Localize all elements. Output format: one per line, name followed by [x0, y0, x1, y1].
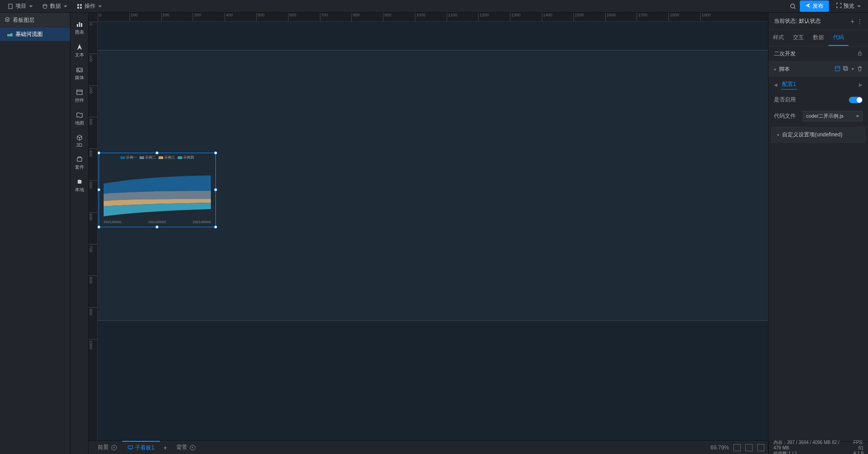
layer-item-label: 基础河流图	[15, 30, 43, 38]
canvas[interactable]: 示例一示例二示例三示例四 2021/05/012021/05/022021/05…	[98, 22, 768, 440]
ruler-v-tick: 100	[89, 54, 97, 62]
search-icon[interactable]	[790, 3, 796, 10]
layer-item-river-chart[interactable]: 基础河流图	[0, 28, 70, 41]
tab-foreground[interactable]: 前景 +	[92, 441, 122, 454]
tab-code[interactable]: 代码	[828, 30, 848, 46]
copy-icon[interactable]	[843, 66, 848, 73]
selection-box[interactable]: 示例一示例二示例三示例四 2021/05/012021/05/022021/05…	[99, 153, 216, 227]
tab-style[interactable]: 样式	[768, 30, 788, 46]
codefile-value: code/二开示例.js	[806, 113, 843, 120]
ruler-h-tick: 1700	[637, 13, 647, 21]
comp-3d[interactable]: 3D	[70, 130, 88, 151]
puzzle-icon	[75, 178, 84, 186]
ruler-v-tick: 600	[89, 212, 97, 220]
x-axis-tick: 2021/05/02	[148, 220, 166, 224]
enable-toggle[interactable]	[849, 97, 863, 103]
comp-label: 媒体	[75, 75, 84, 81]
resize-handle-e[interactable]	[214, 188, 217, 191]
publish-label: 发布	[813, 2, 823, 10]
delete-icon[interactable]	[857, 66, 863, 73]
comp-map[interactable]: 地图	[70, 107, 88, 130]
menu-data[interactable]: 数据	[38, 0, 71, 12]
ruler-v-tick: 800	[89, 275, 97, 284]
codefile-select[interactable]: code/二开示例.js	[803, 111, 863, 121]
state-selector: 当前状态: 默认状态 + ⋮	[768, 13, 868, 30]
ruler-h-tick: 1000	[415, 13, 425, 21]
legend-item: 示例三	[159, 155, 175, 160]
ruler-v-tick: 0	[89, 22, 97, 25]
menu-project-label: 项目	[15, 2, 26, 10]
script-section-header[interactable]: ▾ 脚本 +	[768, 62, 868, 77]
comp-suite[interactable]: 套件	[70, 151, 88, 174]
ruler-h-tick: 100	[130, 13, 138, 21]
version-value: 4.1.9	[850, 451, 863, 454]
tab-data[interactable]: 数据	[808, 30, 828, 46]
state-value[interactable]: 默认状态	[799, 17, 821, 25]
more-icon[interactable]: ⋮	[857, 18, 863, 25]
chart-plot-area	[104, 171, 211, 216]
script-tab-config1[interactable]: 配置1	[781, 80, 797, 90]
layer-panel-title: 看板图层	[13, 16, 35, 24]
actual-size-icon[interactable]	[745, 444, 753, 451]
svg-rect-3	[80, 4, 82, 6]
chevron-right-icon: ▾	[777, 133, 779, 137]
preview-label: 预览	[843, 2, 854, 10]
ruler-h-tick: 1100	[447, 13, 457, 21]
menu-operation[interactable]: 操作	[73, 0, 105, 12]
comp-control[interactable]: 控件	[70, 85, 88, 107]
add-state-button[interactable]: +	[851, 18, 854, 25]
comp-label: 套件	[75, 164, 84, 170]
tab-background[interactable]: 背景 +	[171, 441, 201, 454]
top-menu-bar: 项目 数据 操作 发布 预览	[0, 0, 868, 13]
comp-label: 文本	[75, 52, 84, 58]
ruler-h-tick: 1400	[542, 13, 552, 21]
grid-toggle-icon[interactable]	[757, 444, 764, 451]
ruler-h-tick: 600	[288, 13, 296, 21]
comp-media[interactable]: 媒体	[70, 62, 88, 85]
prev-script-icon[interactable]: ◀	[774, 82, 778, 87]
next-script-icon[interactable]: ▶	[859, 82, 863, 87]
ruler-v-tick: 500	[89, 180, 97, 189]
package-icon	[75, 155, 84, 163]
comp-chart[interactable]: 图表	[70, 16, 88, 39]
tab-subpanel[interactable]: 子看板1	[122, 441, 160, 454]
codefile-row: 代码文件 code/二开示例.js	[768, 107, 868, 125]
add-tab-button[interactable]: +	[160, 444, 171, 451]
canvas-body: 01002003004005006007008009001000 示例一示例二示…	[89, 22, 768, 440]
ruler-h-tick: 0	[98, 13, 101, 21]
custom-settings-section[interactable]: ▾ 自定义设置项(undefined)	[771, 127, 865, 143]
media-icon	[75, 65, 84, 74]
fit-screen-icon[interactable]	[733, 444, 741, 451]
preview-button[interactable]: 预览	[833, 0, 864, 12]
comp-label: 3D	[76, 143, 82, 148]
map-icon	[75, 111, 84, 119]
property-panel: 当前状态: 默认状态 + ⋮ 样式 交互 数据 代码 二次开发 ▾ 脚本 +	[768, 13, 868, 454]
ruler-h-tick: 1600	[605, 13, 616, 21]
resize-handle-ne[interactable]	[214, 151, 217, 155]
tab-interact[interactable]: 交互	[788, 30, 808, 46]
menu-project[interactable]: 项目	[4, 0, 36, 12]
layer-panel: 看板图层 基础河流图	[0, 13, 70, 454]
svg-rect-20	[844, 67, 848, 70]
comp-local[interactable]: 本地	[70, 174, 88, 197]
comp-text[interactable]: 文本	[70, 39, 88, 62]
ruler-h-tick: 1300	[510, 13, 520, 21]
lock-icon[interactable]	[857, 50, 863, 57]
layers-icon	[5, 17, 10, 24]
resize-handle-se[interactable]	[214, 225, 217, 229]
tab-label: 子看板1	[135, 444, 155, 452]
ruler-v-tick: 300	[89, 117, 97, 125]
add-script-icon[interactable]: +	[851, 66, 854, 73]
add-icon[interactable]: +	[111, 445, 117, 450]
layout-icon[interactable]	[835, 66, 840, 73]
resize-handle-s[interactable]	[155, 225, 159, 229]
resize-handle-n[interactable]	[155, 151, 159, 155]
ruler-v-tick: 1000	[89, 339, 97, 349]
add-icon[interactable]: +	[190, 445, 195, 450]
chart-river-icon	[7, 31, 13, 38]
publish-button[interactable]: 发布	[800, 0, 829, 12]
script-tab-bar: ◀ 配置1 ▶	[768, 77, 868, 92]
svg-rect-10	[81, 23, 82, 27]
comp-label: 本地	[75, 187, 84, 193]
codefile-label: 代码文件	[774, 112, 799, 120]
